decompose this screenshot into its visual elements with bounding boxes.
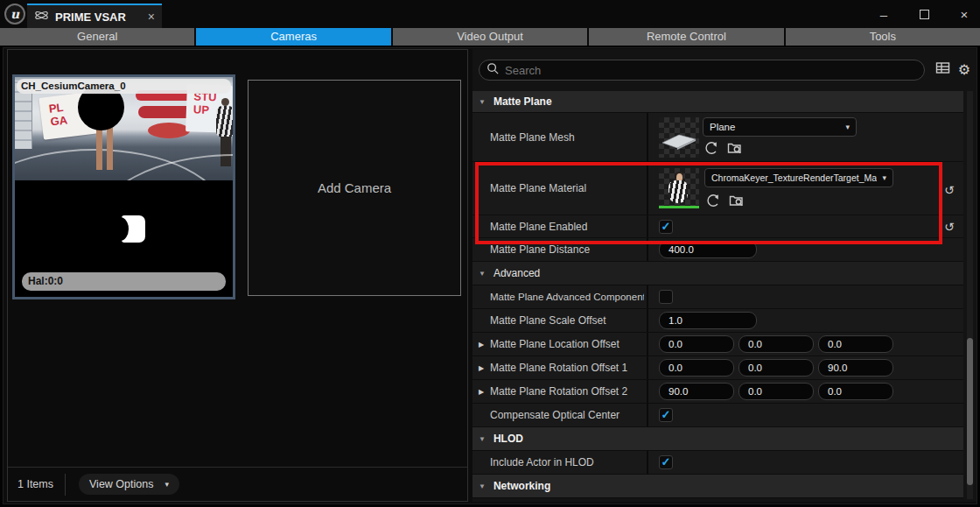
camera-browser-panel: CH_CesiumCamera_0 PL GA STU UP xyxy=(7,49,468,502)
chevron-down-icon: ▾ xyxy=(164,474,169,495)
matte-plane-enabled-checkbox[interactable]: ✓ xyxy=(659,220,673,234)
browse-to-asset-icon[interactable] xyxy=(729,194,744,211)
divider xyxy=(65,474,66,496)
row-compensate-optical-center: Compensate Optical Center ✓ xyxy=(472,404,963,427)
scale-offset-input[interactable]: 1.0 xyxy=(659,312,757,329)
search-input[interactable] xyxy=(505,64,917,77)
material-asset-actions xyxy=(706,194,744,211)
unreal-logo-icon[interactable]: u xyxy=(4,4,25,25)
tab-tools[interactable]: Tools xyxy=(786,28,980,46)
browse-to-asset-icon[interactable] xyxy=(727,141,742,158)
check-icon: ✓ xyxy=(660,221,672,233)
include-actor-hlod-checkbox[interactable]: ✓ xyxy=(659,455,673,469)
view-options-button[interactable]: View Options ▾ xyxy=(79,474,179,495)
camera-name-label: CH_CesiumCamera_0 xyxy=(17,79,231,94)
browser-bottom-bar: 1 Items View Options ▾ xyxy=(8,467,467,501)
row-rotation-offset-1: ▶ Matte Plane Rotation Offset 1 0.0 0.0 … xyxy=(472,356,963,380)
rotation1-z-input[interactable]: 90.0 xyxy=(818,359,893,377)
row-matte-plane-mesh: Matte Plane Mesh Plane ▾ xyxy=(472,113,963,162)
camera-preview-tile[interactable]: CH_CesiumCamera_0 PL GA STU UP xyxy=(12,74,235,299)
row-matte-plane-material: Matte Plane Material ChromaKeyer_Texture… xyxy=(472,162,963,215)
row-location-offset: ▶ Matte Plane Location Offset 0.0 0.0 0.… xyxy=(472,333,963,356)
tab-cameras[interactable]: Cameras xyxy=(196,28,390,46)
rotation2-y-input[interactable]: 0.0 xyxy=(738,383,814,400)
reset-to-default-icon[interactable]: ↺ xyxy=(944,220,955,234)
material-thumbnail[interactable] xyxy=(659,168,699,208)
row-advanced-component: Matte Plane Advanced Component Edi... ✓ xyxy=(472,285,963,309)
advanced-component-checkbox[interactable]: ✓ xyxy=(659,290,673,304)
add-camera-button[interactable]: Add Camera xyxy=(248,80,461,296)
row-matte-plane-enabled: Matte Plane Enabled ✓ ↺ xyxy=(472,215,963,238)
compensate-optical-center-checkbox[interactable]: ✓ xyxy=(659,408,673,422)
reset-to-default-icon[interactable]: ↺ xyxy=(944,183,955,197)
window-body: CH_CesiumCamera_0 PL GA STU UP xyxy=(3,47,977,504)
expander-icon[interactable]: ▶ xyxy=(479,333,484,356)
row-include-actor-in-hlod: Include Actor in HLOD ✓ xyxy=(472,451,963,475)
row-scale-offset: Matte Plane Scale Offset 1.0 xyxy=(472,309,963,333)
search-icon xyxy=(486,62,500,79)
minimize-button[interactable]: – xyxy=(875,7,892,22)
studio-red-disc xyxy=(148,123,190,138)
rotation1-x-input[interactable]: 0.0 xyxy=(659,359,734,377)
items-count: 1 Items xyxy=(18,478,53,490)
chevron-down-icon: ▾ xyxy=(882,173,886,182)
tab-close-icon[interactable]: × xyxy=(148,11,155,23)
material-status-bar xyxy=(659,206,699,208)
add-camera-label: Add Camera xyxy=(318,180,391,195)
maximize-icon xyxy=(920,10,929,19)
person-leg xyxy=(96,126,102,170)
document-tab[interactable]: PRIME VSAR × xyxy=(27,4,162,28)
triangle-down-icon: ▼ xyxy=(479,98,486,106)
use-selected-asset-icon[interactable] xyxy=(706,194,720,211)
document-tab-title: PRIME VSAR xyxy=(55,11,142,24)
camera-status-label: Hal:0:0 xyxy=(22,272,226,291)
material-dropdown[interactable]: ChromaKeyer_TextureRenderTarget_Ma ▾ xyxy=(704,168,893,187)
chevron-down-icon: ▾ xyxy=(845,123,850,131)
use-selected-asset-icon[interactable] xyxy=(704,141,718,158)
location-x-input[interactable]: 0.0 xyxy=(659,335,734,353)
expander-icon[interactable]: ▶ xyxy=(479,380,484,403)
close-button[interactable]: × xyxy=(956,7,973,22)
triangle-down-icon: ▼ xyxy=(479,270,486,278)
tab-general[interactable]: General xyxy=(0,28,194,46)
section-header-advanced[interactable]: ▼ Advanced xyxy=(472,262,963,285)
rotation2-x-input[interactable]: 90.0 xyxy=(659,383,734,400)
mesh-thumbnail[interactable] xyxy=(659,117,699,158)
row-matte-plane-distance: Matte Plane Distance 400.0 xyxy=(472,238,963,262)
details-panel: ⚙ ▼ Matte Plane Matte Plane Mesh Plane ▾ xyxy=(472,49,976,502)
tab-video-output[interactable]: Video Output xyxy=(393,28,587,46)
title-bar: u PRIME VSAR × – × xyxy=(0,0,980,28)
expander-icon[interactable]: ▶ xyxy=(479,356,484,379)
property-rows: ▼ Matte Plane Matte Plane Mesh Plane ▾ xyxy=(472,91,963,499)
row-rotation-offset-2: ▶ Matte Plane Rotation Offset 2 90.0 0.0… xyxy=(472,380,963,404)
person-leg xyxy=(107,126,113,170)
section-header-networking[interactable]: ▼ Networking xyxy=(472,475,963,498)
atom-icon xyxy=(34,9,49,25)
mesh-dropdown[interactable]: Plane ▾ xyxy=(703,117,857,137)
window-controls: – × xyxy=(875,0,973,28)
display-grid-button[interactable] xyxy=(934,61,951,79)
tab-remote-control[interactable]: Remote Control xyxy=(589,28,783,46)
rotation2-z-input[interactable]: 0.0 xyxy=(818,383,893,400)
scrollbar-thumb[interactable] xyxy=(967,338,973,485)
main-tab-strip: General Cameras Video Output Remote Cont… xyxy=(0,28,980,46)
matte-plane-distance-input[interactable]: 400.0 xyxy=(659,241,757,258)
section-header-matte-plane[interactable]: ▼ Matte Plane xyxy=(472,91,963,113)
mesh-asset-actions xyxy=(704,141,742,158)
maximize-button[interactable] xyxy=(915,7,933,22)
details-scrollbar[interactable] xyxy=(967,91,973,499)
location-z-input[interactable]: 0.0 xyxy=(818,335,893,353)
section-header-hlod[interactable]: ▼ HLOD xyxy=(472,427,963,451)
rotation1-y-input[interactable]: 0.0 xyxy=(738,359,814,377)
location-y-input[interactable]: 0.0 xyxy=(738,335,814,353)
search-box[interactable] xyxy=(479,60,925,81)
gear-icon[interactable]: ⚙ xyxy=(956,61,973,79)
